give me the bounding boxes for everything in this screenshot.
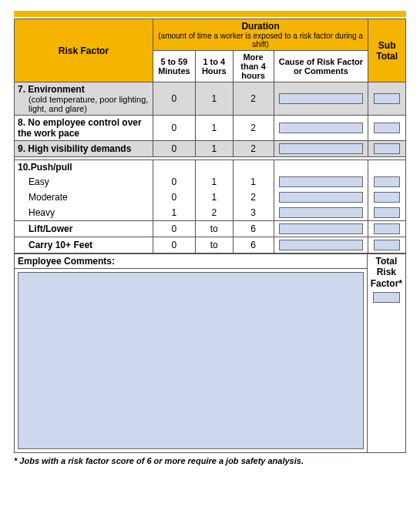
row-9-v2: 1 [195,141,233,157]
header-sub-total: Sub Total [368,19,406,82]
row-8-cause-field[interactable] [279,123,363,133]
footnote: * Jobs with a risk factor score of 6 or … [14,456,406,465]
row-7-subtotal [368,82,406,116]
row-heavy-cause [274,205,368,221]
row-moderate-cause [274,190,368,205]
row-7-v3: 2 [233,82,274,116]
row-easy-cause [274,174,368,190]
row-9-cause-field[interactable] [279,143,363,154]
row-carry-cause-field[interactable] [279,240,363,250]
row-lift-a: 0 [153,221,195,237]
row-carry-mid: to [195,237,233,254]
row-easy-cause-field[interactable] [279,176,363,187]
row-8-cause [274,116,368,141]
header-col-hours: 1 to 4 Hours [195,51,233,82]
row-carry-subtotal [368,237,406,254]
row-moderate-subtotal-field[interactable] [374,192,400,203]
row-carry-a: 0 [153,237,195,254]
header-col-more: More than 4 hours [233,51,274,82]
row-10-blank4 [274,160,368,175]
row-heavy-subtotal-field[interactable] [374,207,400,218]
row-8-subtotal [368,116,406,141]
header-duration-sub: (amount of time a worker is exposed to a… [156,32,365,49]
row-lift-cause-field[interactable] [279,223,363,234]
employee-comments-field[interactable] [18,272,364,449]
row-moderate-subtotal [368,190,406,205]
row-9-subtotal-field[interactable] [374,143,400,154]
row-lift-cause [274,221,368,237]
comments-section: Employee Comments: Total Risk Factor* [14,254,406,453]
total-label-1: Total [375,256,397,267]
row-heavy-v1: 1 [153,205,195,221]
row-moderate-label: Moderate [15,190,153,205]
row-easy-v1: 0 [153,174,195,190]
row-easy-label: Easy [15,174,153,190]
row-10-blank1 [153,160,195,175]
comments-box-cell [15,269,368,453]
row-8-subtotal-field[interactable] [374,123,400,133]
row-carry-label: Carry 10+ Feet [15,237,153,254]
row-8-v1: 0 [153,116,195,141]
row-7-subtotal-field[interactable] [374,93,400,104]
row-moderate-v1: 0 [153,190,195,205]
total-label: Total Risk Factor* [371,256,402,289]
row-easy-v3: 1 [233,174,274,190]
row-8-v3: 2 [233,116,274,141]
row-7-label: 7. Environment (cold temperature, poor l… [15,82,153,116]
comments-label: Employee Comments: [15,254,368,269]
row-carry-b: 6 [233,237,274,254]
row-lift-subtotal [368,221,406,237]
total-label-2: Risk [377,267,396,277]
row-lift-subtotal-field[interactable] [374,223,400,234]
header-risk-factor: Risk Factor [15,19,153,82]
row-9-v3: 2 [233,141,274,157]
total-risk-field[interactable] [373,292,401,303]
header-sub-total-text: Sub Total [376,40,398,62]
row-easy-v2: 1 [195,174,233,190]
row-heavy-v3: 3 [233,205,274,221]
row-carry-cause [274,237,368,254]
row-moderate-v2: 1 [195,190,233,205]
header-risk-factor-text: Risk Factor [59,45,109,56]
total-cell: Total Risk Factor* [367,254,405,453]
row-9-cause [274,141,368,157]
header-col-cause: Cause of Risk Factor or Comments [274,51,368,82]
header-duration-text: Duration [241,21,279,32]
row-7-sub: (cold temperature, poor lighting, light,… [18,95,150,113]
total-label-3: Factor* [371,278,402,289]
row-7-v1: 0 [153,82,195,116]
row-moderate-v3: 2 [233,190,274,205]
row-carry-subtotal-field[interactable] [374,240,400,250]
row-7-title: 7. Environment [18,84,85,95]
row-lift-b: 6 [233,221,274,237]
row-moderate-cause-field[interactable] [279,192,363,203]
row-10-label: 10.Push/pull [15,160,153,175]
row-easy-subtotal-field[interactable] [374,176,400,187]
row-7-cause [274,82,368,116]
page: Risk Factor Duration (amount of time a w… [0,0,420,507]
row-9-subtotal [368,141,406,157]
row-heavy-subtotal [368,205,406,221]
header-duration: Duration (amount of time a worker is exp… [153,19,368,51]
row-heavy-cause-field[interactable] [279,207,363,218]
row-10-blank5 [368,160,406,175]
row-lift-mid: to [195,221,233,237]
row-8-v2: 1 [195,116,233,141]
row-7-v2: 1 [195,82,233,116]
row-heavy-label: Heavy [15,205,153,221]
row-8-label: 8. No employee control over the work pac… [15,116,153,141]
row-9-v1: 0 [153,141,195,157]
row-10-blank2 [195,160,233,175]
header-col-minutes: 5 to 59 Minutes [153,51,195,82]
row-lift-label: Lift/Lower [15,221,153,237]
accent-bar [14,11,406,17]
row-10-blank3 [233,160,274,175]
row-heavy-v2: 2 [195,205,233,221]
row-easy-subtotal [368,174,406,190]
row-9-label: 9. High visibility demands [15,141,153,157]
row-7-cause-field[interactable] [279,93,363,104]
risk-factor-table: Risk Factor Duration (amount of time a w… [14,18,406,254]
